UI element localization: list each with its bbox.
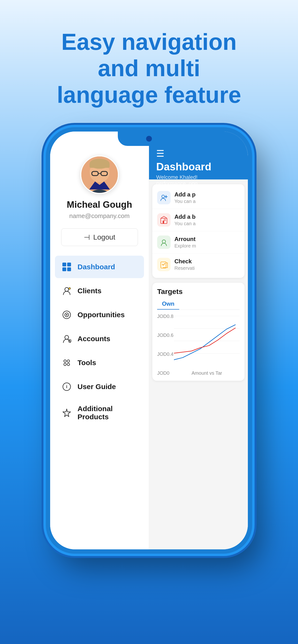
user-guide-icon: i <box>61 381 73 393</box>
targets-section: Targets Own JOD0.8 JOD0.6 JOD0.4 JOD0 <box>152 283 244 381</box>
opportunities-icon <box>61 309 73 321</box>
right-content: ☰ Dashboard Welcome Khaled! performance,… <box>149 132 248 549</box>
svg-rect-4 <box>89 164 110 168</box>
user-guide-label: User Guide <box>77 382 116 391</box>
action-add-person[interactable]: Add a p You can a <box>152 187 244 209</box>
dashboard-label: Dashboard <box>77 263 115 271</box>
targets-tabs: Own <box>157 298 240 310</box>
phone-screen: 9:41 <box>50 132 248 549</box>
check-icon <box>157 258 171 271</box>
accounts-label: Accounts <box>77 335 110 343</box>
clients-label: Clients <box>77 287 101 295</box>
sidebar-item-opportunities[interactable]: Opportunities <box>55 304 144 326</box>
sidebar-item-additional-products[interactable]: Additional Products <box>55 400 144 426</box>
check-sub: Reservati <box>175 266 195 271</box>
svg-point-25 <box>162 195 165 198</box>
action-check[interactable]: Check Reservati <box>152 254 244 276</box>
sidebar-item-user-guide[interactable]: i User Guide <box>55 376 144 398</box>
user-email: name@company.com <box>69 212 129 220</box>
clients-icon <box>61 285 73 297</box>
svg-point-17 <box>65 336 69 339</box>
chart-x-label: Amount vs Tar <box>174 370 240 376</box>
camera-dot <box>146 136 152 142</box>
logout-button[interactable]: ⊣ Logout <box>61 228 138 246</box>
chart-lines <box>174 314 240 369</box>
logout-label: Logout <box>93 233 115 241</box>
menu-icon[interactable]: ☰ <box>156 148 241 159</box>
phone-container: 9:41 <box>0 127 298 554</box>
quick-actions: Add a p You can a <box>152 184 244 278</box>
sidebar-item-dashboard[interactable]: Dashboard <box>55 256 144 278</box>
logout-icon: ⊣ <box>84 233 90 242</box>
headline-section: Easy navigation and multi language featu… <box>0 0 298 127</box>
svg-point-12 <box>65 288 69 291</box>
y-label-0.6: JOD0.6 <box>157 332 174 338</box>
svg-point-16 <box>66 314 67 316</box>
svg-point-13 <box>69 288 71 290</box>
tab-own[interactable]: Own <box>157 298 179 310</box>
headline-text: Easy navigation and multi language featu… <box>41 29 257 108</box>
arrount-sub: Explore m <box>175 243 196 249</box>
dashboard-subtitle: Welcome Khaled! performance, opp <box>156 174 241 187</box>
sidebar-item-accounts[interactable]: Accounts <box>55 328 144 350</box>
targets-title: Targets <box>157 288 240 296</box>
dashboard-icon <box>61 261 73 273</box>
add-person-icon <box>157 191 171 204</box>
svg-text:i: i <box>66 384 67 389</box>
tools-icon <box>61 357 73 369</box>
add-person-title: Add a p <box>175 191 196 198</box>
additional-products-icon <box>61 407 73 419</box>
sidebar: Micheal Gough name@company.com ⊣ Logout <box>50 132 149 549</box>
y-label-0: JOD0 <box>157 370 174 376</box>
y-label-0.8: JOD0.8 <box>157 314 174 319</box>
svg-point-21 <box>64 363 66 366</box>
chart-area: JOD0.8 JOD0.6 JOD0.4 JOD0 <box>157 314 240 376</box>
opportunities-label: Opportunities <box>77 311 125 319</box>
chart-y-labels: JOD0.8 JOD0.6 JOD0.4 JOD0 <box>157 314 174 376</box>
svg-rect-8 <box>62 262 66 266</box>
screen-layout: Micheal Gough name@company.com ⊣ Logout <box>50 132 248 549</box>
svg-rect-11 <box>67 268 71 271</box>
add-person-sub: You can a <box>175 198 196 204</box>
phone-notch <box>118 132 180 146</box>
arrount-title: Arrount <box>175 236 196 242</box>
nav-items: Dashboard Clients <box>50 256 149 428</box>
add-building-icon <box>157 213 171 227</box>
sidebar-item-tools[interactable]: Tools <box>55 352 144 374</box>
add-building-title: Add a b <box>175 214 196 220</box>
action-arrount[interactable]: Arrount Explore m <box>152 231 244 254</box>
svg-point-19 <box>64 360 66 362</box>
svg-rect-28 <box>164 219 166 221</box>
dashboard-title: Dashboard <box>156 161 241 173</box>
arrount-icon <box>157 236 171 249</box>
user-name: Micheal Gough <box>67 200 132 210</box>
action-add-building[interactable]: Add a b You can a <box>152 209 244 231</box>
avatar <box>80 156 119 194</box>
svg-point-29 <box>162 240 166 243</box>
phone-device: 9:41 <box>46 127 252 554</box>
svg-point-20 <box>67 360 70 362</box>
svg-rect-10 <box>62 268 66 271</box>
y-label-0.4: JOD0.4 <box>157 352 174 357</box>
check-title: Check <box>175 258 195 265</box>
additional-products-label: Additional Products <box>77 405 138 421</box>
accounts-icon <box>61 333 73 345</box>
svg-rect-27 <box>163 221 164 224</box>
svg-point-22 <box>67 363 70 366</box>
add-building-sub: You can a <box>175 221 196 226</box>
svg-rect-9 <box>67 262 71 266</box>
tools-label: Tools <box>77 359 96 367</box>
sidebar-item-clients[interactable]: Clients <box>55 280 144 302</box>
